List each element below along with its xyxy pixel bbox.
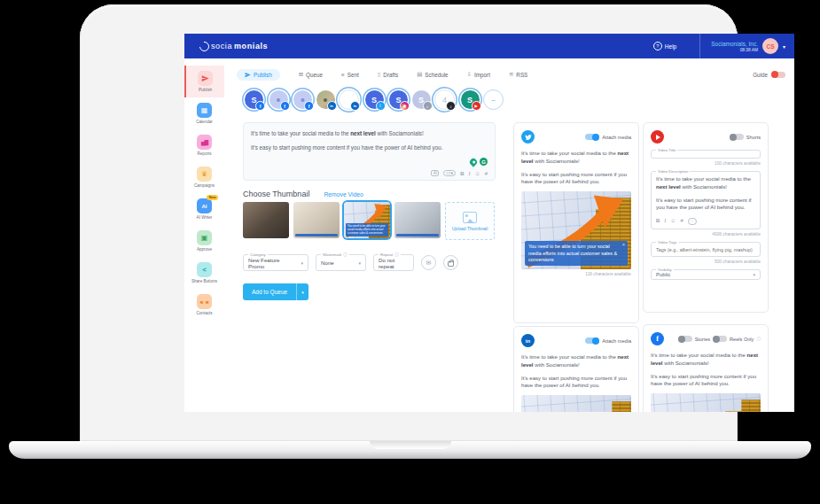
youtube-icon bbox=[651, 130, 664, 143]
laptop-notch bbox=[370, 441, 451, 449]
shorts-toggle[interactable] bbox=[730, 134, 744, 140]
sidebar-item-campaigns[interactable]: ♛ Campaigns bbox=[184, 161, 224, 193]
emoji-icon[interactable]: ☺ bbox=[670, 217, 676, 225]
sidebar-item-reports[interactable]: ▅▇ Reports bbox=[184, 129, 224, 161]
attached-media-image: You need to be able to turn your social … bbox=[521, 191, 631, 269]
emoji-icon[interactable]: ☺ bbox=[475, 171, 480, 176]
social-account-tiktok-disabled[interactable]: S♪ bbox=[412, 90, 431, 109]
brand-logo: sociamonials bbox=[199, 42, 268, 51]
facebook-icon: f bbox=[651, 332, 664, 345]
italic-icon[interactable]: I bbox=[664, 217, 666, 225]
sidebar-item-label: Campaigns bbox=[194, 183, 215, 188]
paper-plane-icon bbox=[198, 71, 213, 86]
video-description-input[interactable]: Video Description It's time to take your… bbox=[651, 171, 761, 229]
cta-icon[interactable]: CTA bbox=[443, 170, 456, 176]
characters-available: 500 characters available bbox=[651, 260, 761, 264]
repeat-value: Do not repeat bbox=[379, 257, 409, 269]
calendar-icon: ▦ bbox=[197, 103, 212, 118]
tab-sent[interactable]: ≡ Sent bbox=[341, 72, 359, 78]
tab-publish[interactable]: Publish bbox=[237, 69, 280, 81]
more-accounts-button[interactable]: – bbox=[483, 89, 504, 110]
bold-icon[interactable]: B bbox=[460, 171, 464, 176]
logo-text-light: socia bbox=[211, 42, 232, 50]
youtube-preview-card: Shorts Video Title 100 characters availa… bbox=[643, 122, 769, 313]
bold-icon[interactable]: B bbox=[656, 217, 660, 225]
remove-video-link[interactable]: Remove Video bbox=[324, 191, 363, 198]
hashtag-icon[interactable]: # bbox=[485, 171, 488, 176]
preview-text: It's easy to start pushing more content … bbox=[521, 171, 631, 187]
guide-label: Guide bbox=[753, 72, 768, 78]
grammar-check-icon[interactable]: G bbox=[480, 158, 488, 166]
social-account-facebook[interactable]: Sf bbox=[245, 90, 263, 109]
sidebar-item-label: Reports bbox=[197, 151, 211, 156]
lock-icon[interactable] bbox=[443, 255, 458, 270]
schedule-icon: ▤ bbox=[417, 71, 422, 78]
post-composer[interactable]: It's time to take your social media to t… bbox=[243, 122, 496, 181]
italic-icon[interactable]: I bbox=[469, 171, 471, 176]
add-to-queue-dropdown[interactable]: ▾ bbox=[296, 283, 308, 300]
social-account-facebook-group[interactable]: ☻f bbox=[293, 90, 312, 109]
more-icon[interactable]: ⋯ bbox=[688, 218, 697, 225]
social-account-youtube[interactable]: S▶ bbox=[461, 90, 480, 109]
characters-available: 116 characters available bbox=[521, 272, 631, 276]
reels-only-toggle[interactable] bbox=[713, 336, 727, 342]
location-pin-icon[interactable] bbox=[468, 157, 478, 167]
thumbnail-row: You need to be able to turn your social … bbox=[243, 202, 495, 240]
guide-toggle[interactable] bbox=[771, 72, 785, 78]
social-account-linkedin-profile[interactable]: ☻in bbox=[316, 90, 335, 109]
sidebar-item-label: Share Buttons bbox=[191, 279, 217, 283]
tags-text-input[interactable] bbox=[656, 247, 755, 252]
preview-text: It's time to take your social media to t… bbox=[521, 353, 631, 369]
email-icon[interactable]: ✉ bbox=[421, 255, 436, 270]
info-icon: ⓘ bbox=[756, 337, 761, 341]
thumbnail-option-2[interactable] bbox=[293, 202, 340, 238]
sidebar-item-share-buttons[interactable]: < Share Buttons bbox=[184, 257, 224, 289]
visibility-select[interactable]: Visibility Public ▾ bbox=[651, 269, 761, 280]
attach-media-toggle[interactable] bbox=[585, 337, 599, 344]
category-select[interactable]: Category New Feature Promo ▾ bbox=[243, 254, 308, 271]
attach-media-toggle[interactable] bbox=[585, 134, 599, 140]
repeat-field[interactable]: Repeatⓘ Do not repeat bbox=[373, 254, 414, 271]
avatar[interactable]: CS bbox=[762, 38, 778, 54]
help-button[interactable]: ? Help bbox=[653, 42, 676, 50]
tab-import[interactable]: ⇩ Import bbox=[467, 71, 490, 78]
account-menu[interactable]: Sociamonials, Inc. 08:38 AM CS ▾ bbox=[699, 34, 794, 58]
social-account-facebook-group[interactable]: ☻f bbox=[269, 90, 288, 109]
list-icon: ≡ bbox=[341, 72, 345, 78]
upload-thumbnail-button[interactable]: Upload Thumbnail bbox=[445, 202, 495, 240]
social-account-linkedin-page[interactable]: in bbox=[339, 89, 359, 110]
social-account-instagram[interactable]: S◉ bbox=[389, 90, 408, 109]
category-value: New Feature Promo bbox=[248, 257, 295, 269]
tab-drafts[interactable]: ▯ Drafts bbox=[378, 71, 398, 78]
thumbnail-option-1[interactable] bbox=[243, 202, 289, 238]
close-icon[interactable]: × bbox=[622, 242, 625, 248]
characters-available: 4906 characters available bbox=[651, 232, 761, 236]
sidebar-item-approve[interactable]: ▣ Approve bbox=[184, 225, 224, 257]
youtube-badge-icon: ▶ bbox=[472, 101, 481, 111]
stories-toggle[interactable] bbox=[678, 336, 692, 342]
queue-plus-icon: ⊞ bbox=[299, 71, 303, 78]
video-tags-input[interactable]: Video Tags bbox=[651, 242, 761, 257]
logo-text-bold: monials bbox=[234, 42, 268, 50]
thumbnail-option-4[interactable] bbox=[394, 202, 441, 238]
thumbnail-option-3-selected[interactable]: You need to be able to turn your social … bbox=[344, 202, 390, 238]
video-title-input[interactable]: Video Title bbox=[651, 150, 761, 159]
twitter-preview-card: Attach media It's time to take your soci… bbox=[513, 122, 639, 323]
composer-text-line2: It's easy to start pushing more content … bbox=[251, 143, 488, 151]
tab-queue[interactable]: ⊞ Queue bbox=[299, 71, 323, 78]
ai-assist-icon[interactable]: AI bbox=[431, 170, 439, 176]
social-account-twitter[interactable]: St bbox=[365, 90, 384, 109]
add-to-queue-button[interactable]: Add to Queue bbox=[243, 283, 296, 300]
share-icon: < bbox=[197, 262, 212, 277]
sidebar-item-contacts[interactable]: ☻☻ Contacts bbox=[184, 289, 224, 321]
sidebar-item-calendar[interactable]: ▦ Calendar bbox=[184, 97, 224, 129]
facebook-badge-icon: f bbox=[280, 101, 290, 111]
sidebar-item-publish[interactable]: Publish bbox=[184, 66, 224, 97]
watermark-select[interactable]: Watermarkⓘ None ▾ bbox=[316, 254, 366, 271]
sidebar-item-ai-writer[interactable]: AINew AI Writer bbox=[184, 193, 224, 225]
tab-schedule[interactable]: ▤ Schedule bbox=[417, 71, 448, 78]
hashtag-icon[interactable]: # bbox=[680, 217, 683, 225]
logo-swoosh-icon bbox=[198, 39, 211, 52]
social-account-tiktok[interactable]: 4♪ bbox=[434, 89, 455, 110]
tab-rss[interactable]: ≋ RSS bbox=[509, 71, 527, 78]
